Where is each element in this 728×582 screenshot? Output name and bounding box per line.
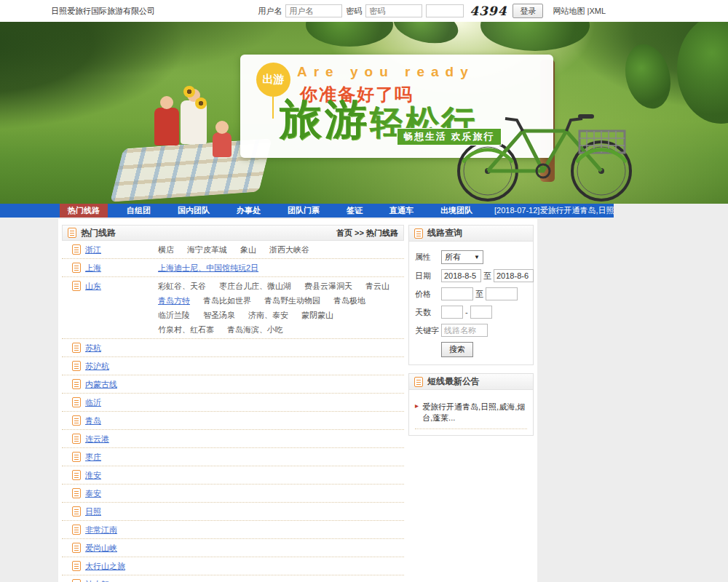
route-sub-link[interactable]: 象山 (240, 244, 256, 255)
route-region-link[interactable]: 淮安 (85, 470, 158, 481)
attribute-label: 属性 (415, 252, 441, 263)
announcement-ticker[interactable]: [2018-07-12]爱旅行开通青岛,日照,威海,烟台,蓬莱,连云港金品五日.… (494, 205, 614, 216)
route-row: 泰安 (62, 485, 404, 503)
route-region-link[interactable]: 泰安 (85, 488, 158, 499)
nav-item-出境团队[interactable]: 出境团队 (432, 204, 480, 218)
price-from-input[interactable] (441, 287, 473, 300)
sunflower (183, 86, 195, 97)
route-sub-link[interactable]: 费县云瀑洞天 (304, 281, 352, 292)
sunflower (195, 97, 207, 109)
nav-item-直通车[interactable]: 直通车 (381, 204, 422, 218)
route-region-link[interactable]: 太行山之旅 (85, 561, 158, 572)
date-to-input[interactable] (494, 269, 534, 282)
route-row: 神农架 (62, 575, 404, 582)
route-region-link[interactable]: 神农架 (85, 579, 158, 582)
route-search-header: 线路查询 (409, 226, 533, 242)
username-label: 用户名 (258, 6, 282, 17)
route-sub-link[interactable]: 蒙阴蒙山 (301, 310, 333, 321)
breadcrumb-home[interactable]: 首页 (336, 228, 352, 237)
route-sub-link[interactable]: 上海迪士尼、中国馆纯玩2日 (158, 263, 258, 274)
days-to-input[interactable] (470, 306, 492, 319)
foliage-right (677, 22, 728, 124)
captcha-input[interactable] (426, 4, 464, 17)
route-row: 上海上海迪士尼、中国馆纯玩2日 (62, 259, 404, 277)
banner-title-main: 旅游 (280, 92, 370, 148)
notice-header: 短线最新公告 (409, 374, 533, 390)
route-sub-link[interactable]: 济南、泰安 (248, 310, 288, 321)
chevron-down-icon: ▼ (474, 254, 480, 260)
route-region-link[interactable]: 连云港 (85, 434, 158, 445)
route-sub-link[interactable]: 青岛方特 (158, 295, 190, 306)
route-region-link[interactable]: 青岛 (85, 415, 158, 426)
nav-item-办事处[interactable]: 办事处 (229, 204, 269, 218)
route-row: 非常江南 (62, 521, 404, 539)
document-icon (72, 452, 81, 462)
notice-title: 短线最新公告 (427, 375, 480, 388)
document-icon (68, 228, 76, 238)
nav-item-签证[interactable]: 签证 (339, 204, 371, 218)
route-row: 淮安 (62, 466, 404, 485)
route-sub-link[interactable]: 青岛海滨、小吃 (227, 324, 283, 335)
route-sub-link[interactable]: 彩虹谷、天谷 (158, 281, 206, 292)
route-sub-link[interactable]: 临沂兰陵 (158, 310, 190, 321)
route-region-link[interactable]: 浙江 (85, 244, 158, 255)
days-from-input[interactable] (441, 306, 463, 319)
document-icon (72, 543, 81, 553)
document-icon (72, 506, 81, 517)
route-row: 青岛 (62, 412, 404, 430)
route-sub-link[interactable]: 青岛野生动物园 (264, 295, 320, 306)
route-sub-link[interactable]: 竹泉村、红石寨 (158, 324, 214, 335)
route-region-link[interactable]: 爱尚山峡 (85, 543, 158, 554)
hot-routes-panel: 热门线路 首页 >> 热门线路 浙江横店海宁皮革城象山浙西大峡谷上海上海迪士尼、… (62, 225, 404, 582)
search-button[interactable]: 搜索 (441, 342, 473, 357)
route-sub-link[interactable]: 青岛极地 (333, 295, 365, 306)
nav-item-团队门票[interactable]: 团队门票 (280, 204, 328, 218)
route-row: 日照 (62, 503, 404, 521)
login-button[interactable]: 登录 (513, 4, 543, 18)
route-sub-link[interactable]: 智圣汤泉 (203, 310, 235, 321)
route-sub-link[interactable]: 枣庄台儿庄、微山湖 (219, 281, 291, 292)
attribute-select[interactable]: 所有 ▼ (441, 250, 483, 264)
main-content: 热门线路 首页 >> 热门线路 浙江横店海宁皮革城象山浙西大峡谷上海上海迪士尼、… (58, 219, 537, 582)
route-region-link[interactable]: 临沂 (85, 397, 158, 408)
price-to-label: 至 (475, 289, 483, 300)
route-sub-link[interactable]: 海宁皮革城 (187, 244, 227, 255)
attribute-selected-value: 所有 (445, 252, 461, 263)
nav-item-热门线路[interactable]: 热门线路 (60, 204, 108, 218)
username-input[interactable] (285, 4, 342, 17)
route-region-link[interactable]: 苏沪杭 (85, 361, 158, 372)
route-row: 内蒙古线 (62, 375, 404, 394)
sitemap-link[interactable]: 网站地图 |XML (553, 6, 606, 17)
route-region-link[interactable]: 非常江南 (85, 525, 158, 535)
price-label: 价格 (415, 289, 441, 300)
route-sub-link[interactable]: 青岛比如世界 (203, 295, 251, 306)
notice-item[interactable]: ▸爱旅行开通青岛,日照,威海,烟台,蓬莱... (415, 397, 527, 429)
route-row: 苏杭 (62, 339, 404, 357)
route-region-link[interactable]: 上海 (85, 263, 158, 274)
document-icon (414, 377, 423, 387)
route-sub-link[interactable]: 青云山 (365, 281, 389, 292)
child-figure (213, 132, 232, 157)
nav-item-自组团[interactable]: 自组团 (119, 204, 159, 218)
banner-english-text: Are you ready (297, 64, 475, 80)
nav-item-国内团队[interactable]: 国内团队 (170, 204, 218, 218)
hero-banner: 出游 Are you ready 你准备好了吗 旅游 轻松行 畅想生活 欢乐旅行 (0, 22, 728, 204)
document-icon (72, 244, 81, 255)
keyword-input[interactable] (441, 324, 488, 337)
route-region-link[interactable]: 苏杭 (85, 343, 158, 354)
date-from-input[interactable] (441, 269, 481, 282)
route-sub-links: 彩虹谷、天谷枣庄台儿庄、微山湖费县云瀑洞天青云山青岛方特青岛比如世界青岛野生动物… (158, 281, 404, 335)
route-region-link[interactable]: 山东 (85, 281, 158, 292)
route-row: 苏沪杭 (62, 357, 404, 375)
route-region-link[interactable]: 日照 (85, 506, 158, 517)
topbar: 日照爱旅行国际旅游有限公司 用户名 密码 4394 登录 网站地图 |XML (0, 0, 728, 22)
route-sub-link[interactable]: 横店 (158, 244, 174, 255)
route-region-link[interactable]: 枣庄 (85, 452, 158, 463)
price-to-input[interactable] (486, 287, 518, 300)
route-region-link[interactable]: 内蒙古线 (85, 379, 158, 390)
route-sub-link[interactable]: 浙西大峡谷 (269, 244, 309, 255)
route-row: 浙江横店海宁皮革城象山浙西大峡谷 (62, 241, 404, 259)
password-input[interactable] (365, 4, 422, 17)
breadcrumb: 首页 >> 热门线路 (336, 228, 398, 239)
badge-line (272, 97, 274, 119)
